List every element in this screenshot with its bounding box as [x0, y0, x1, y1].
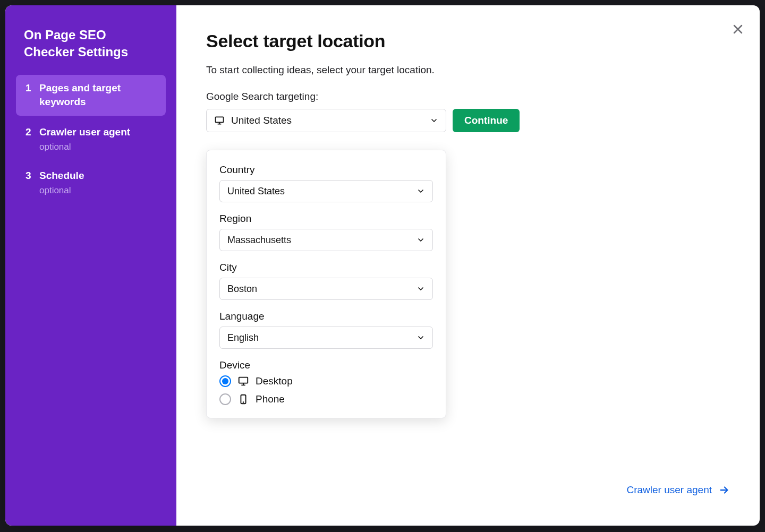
page-description: To start collecting ideas, select your t…	[206, 64, 730, 76]
step-label: Schedule optional	[39, 169, 84, 196]
svg-point-3	[243, 402, 244, 402]
chevron-down-icon	[416, 285, 425, 293]
language-select[interactable]: English	[219, 327, 433, 349]
step-optional: optional	[39, 141, 130, 153]
sidebar-title-line2: Checker Settings	[24, 45, 128, 59]
chevron-down-icon	[416, 187, 425, 195]
country-value: United States	[227, 186, 285, 197]
region-label: Region	[219, 213, 433, 225]
desktop-icon	[214, 115, 225, 126]
country-select[interactable]: United States	[219, 180, 433, 202]
step-label: Crawler user agent optional	[39, 125, 130, 153]
close-button[interactable]	[728, 19, 748, 39]
sidebar-title: On Page SEO Checker Settings	[24, 27, 160, 61]
svg-rect-1	[239, 377, 248, 383]
step-number: 1	[26, 81, 32, 109]
radio-selected-icon	[219, 375, 231, 387]
city-select[interactable]: Boston	[219, 278, 433, 300]
main-content: Select target location To start collecti…	[176, 5, 760, 526]
close-icon	[732, 23, 744, 36]
desktop-icon	[237, 375, 249, 387]
device-desktop-label: Desktop	[256, 375, 293, 387]
chevron-down-icon	[416, 333, 425, 342]
page-title: Select target location	[206, 31, 730, 52]
step-number: 2	[26, 125, 32, 153]
step-number: 3	[26, 169, 32, 196]
sidebar-step-schedule[interactable]: 3 Schedule optional	[16, 162, 166, 203]
chevron-down-icon	[416, 236, 425, 244]
arrow-right-icon	[718, 484, 730, 496]
language-value: English	[227, 332, 259, 344]
device-option-desktop[interactable]: Desktop	[219, 375, 433, 387]
sidebar-step-pages-keywords[interactable]: 1 Pages and target keywords	[16, 75, 166, 116]
location-popover: Country United States Region Massachuset…	[206, 150, 446, 418]
device-option-phone[interactable]: Phone	[219, 393, 433, 405]
city-label: City	[219, 262, 433, 273]
region-value: Massachusetts	[227, 235, 291, 246]
location-select[interactable]: United States	[206, 109, 446, 132]
step-label-text: Schedule	[39, 170, 84, 181]
step-optional: optional	[39, 184, 84, 197]
device-label: Device	[219, 359, 433, 371]
chevron-down-icon	[430, 116, 438, 125]
country-label: Country	[219, 164, 433, 176]
settings-modal: On Page SEO Checker Settings 1 Pages and…	[5, 5, 760, 526]
sidebar-title-line1: On Page SEO	[24, 28, 106, 42]
next-step-label: Crawler user agent	[626, 484, 712, 496]
phone-icon	[237, 393, 249, 405]
next-step-link[interactable]: Crawler user agent	[626, 484, 730, 496]
step-label-text: Crawler user agent	[39, 126, 130, 138]
targeting-row: United States Continue	[206, 109, 730, 132]
location-value: United States	[231, 115, 292, 126]
sidebar-step-crawler-user-agent[interactable]: 2 Crawler user agent optional	[16, 119, 166, 159]
svg-rect-0	[216, 117, 224, 122]
targeting-label: Google Search targeting:	[206, 91, 730, 102]
step-label: Pages and target keywords	[39, 81, 156, 109]
region-select[interactable]: Massachusetts	[219, 229, 433, 251]
continue-button[interactable]: Continue	[453, 109, 520, 132]
language-label: Language	[219, 311, 433, 322]
wizard-sidebar: On Page SEO Checker Settings 1 Pages and…	[5, 5, 176, 526]
city-value: Boston	[227, 284, 257, 295]
device-phone-label: Phone	[256, 393, 285, 405]
radio-unselected-icon	[219, 393, 231, 405]
